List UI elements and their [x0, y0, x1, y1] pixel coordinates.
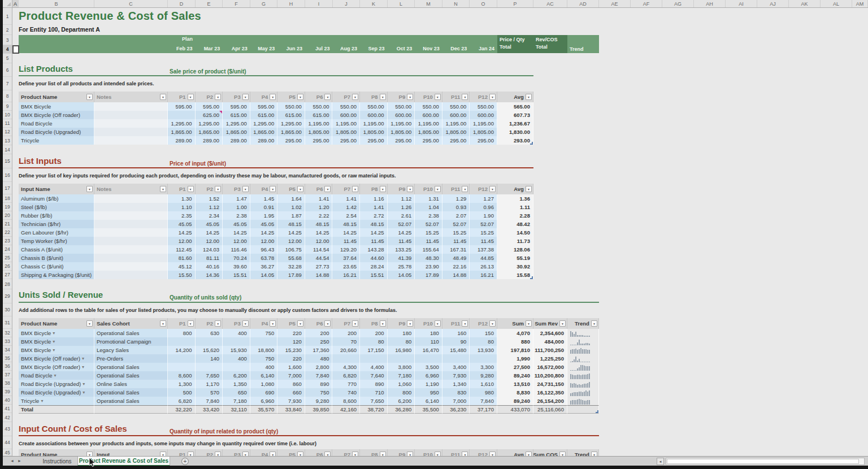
row-header-37[interactable]: 37 — [3, 371, 12, 379]
value-cell[interactable]: 615.00 — [223, 111, 250, 119]
value-cell[interactable] — [168, 111, 196, 119]
total-value-cell[interactable]: 33,840 — [277, 405, 305, 414]
value-cell[interactable]: 295.00 — [388, 136, 415, 145]
value-cell[interactable]: 1,805.00 — [305, 128, 333, 136]
total-value-cell[interactable]: 35,570 — [250, 405, 278, 414]
value-cell[interactable]: 45.12 — [168, 262, 196, 271]
value-cell[interactable]: 6,960 — [250, 397, 278, 405]
value-cell[interactable]: 550.00 — [442, 102, 470, 111]
value-cell[interactable]: 15,230 — [277, 346, 305, 354]
column-filter-header[interactable]: P2▼ — [196, 184, 223, 194]
avg-cell[interactable]: 1,236.67 — [497, 119, 533, 128]
value-cell[interactable]: 106.75 — [277, 245, 305, 254]
filter-button[interactable]: ▼ — [591, 451, 597, 456]
value-cell[interactable]: 1.90 — [470, 211, 497, 220]
filter-button[interactable]: ▼ — [324, 186, 331, 192]
filter-button[interactable]: ▼ — [86, 186, 93, 192]
row-header-44[interactable]: 44 — [3, 436, 12, 449]
column-header-AC[interactable]: AC — [533, 0, 567, 7]
value-cell[interactable]: 250 — [305, 337, 333, 346]
value-cell[interactable]: 1.52 — [196, 194, 223, 203]
value-cell[interactable]: 1.42 — [332, 203, 360, 211]
filter-button[interactable]: ▼ — [86, 451, 93, 456]
row-name-cell[interactable]: BMX Bicycle▾ — [19, 337, 94, 346]
filter-button[interactable]: ▼ — [526, 320, 532, 327]
column-filter-header[interactable]: P1▼ — [168, 92, 196, 102]
value-cell[interactable]: 200 — [360, 329, 388, 337]
value-cell[interactable]: 615.00 — [305, 111, 333, 119]
value-cell[interactable]: 1,805.00 — [442, 128, 470, 136]
value-cell[interactable]: 550.00 — [470, 102, 497, 111]
column-header-AJ[interactable]: AJ — [757, 0, 789, 7]
column-header-D[interactable]: D — [168, 0, 196, 7]
column-header-AE[interactable]: AE — [599, 0, 631, 7]
value-cell[interactable]: 45.05 — [196, 220, 223, 228]
column-filter-header[interactable]: P5▼ — [277, 184, 305, 194]
value-cell[interactable]: 1.02 — [277, 203, 305, 211]
total-sum-rev-cell[interactable]: 25,116,060 — [533, 405, 567, 414]
value-cell[interactable]: 167.31 — [442, 245, 470, 254]
value-cell[interactable]: 2.22 — [305, 211, 333, 220]
value-cell[interactable]: 295.00 — [277, 136, 305, 145]
row-header-32[interactable]: 32 — [3, 329, 12, 337]
value-cell[interactable]: 12.00 — [277, 237, 305, 245]
filter-button[interactable]: ▼ — [591, 320, 597, 327]
column-filter-header[interactable]: Avg▼ — [497, 449, 533, 456]
notes-cell[interactable] — [94, 136, 168, 145]
value-cell[interactable]: 1,060 — [388, 380, 415, 388]
column-header-E[interactable]: E — [196, 0, 223, 7]
sum-rev-cell[interactable]: 1,225,250 — [533, 354, 567, 363]
column-filter-header[interactable]: P9▼ — [388, 92, 415, 102]
value-cell[interactable]: 550.00 — [332, 102, 360, 111]
filter-button[interactable]: ▼ — [435, 451, 441, 456]
hscroll-left-icon[interactable]: ◄ — [657, 458, 664, 465]
value-cell[interactable]: 4,300 — [332, 363, 360, 371]
row-header-7[interactable]: 7 — [3, 77, 12, 90]
avg-cell[interactable]: 11.73 — [497, 237, 533, 245]
total-value-cell[interactable]: 36,280 — [388, 405, 415, 414]
value-cell[interactable]: 81.60 — [168, 254, 196, 262]
value-cell[interactable]: 615.00 — [250, 111, 278, 119]
total-value-cell[interactable]: 42,160 — [332, 405, 360, 414]
avg-cell[interactable]: 30.92 — [497, 262, 533, 271]
filter-button[interactable]: ▼ — [435, 186, 441, 192]
value-cell[interactable]: 289.00 — [196, 136, 223, 145]
column-filter-header[interactable]: P4▼ — [250, 449, 278, 456]
avg-cell[interactable]: 48.42 — [497, 220, 533, 228]
table-resize-handle[interactable] — [596, 410, 598, 413]
column-header-N[interactable]: N — [442, 0, 470, 7]
row-name-cell[interactable]: Shipping & Packaging ($/unit) — [19, 271, 94, 279]
column-header-AM[interactable]: AM — [852, 0, 868, 7]
sum-rev-cell[interactable]: 16,572,000 — [533, 363, 567, 371]
value-cell[interactable]: 220 — [277, 329, 305, 337]
value-cell[interactable]: 295.00 — [442, 136, 470, 145]
value-cell[interactable] — [470, 354, 497, 363]
value-cell[interactable]: 1,865.00 — [277, 128, 305, 136]
notes-cell[interactable] — [94, 262, 168, 271]
column-header-F[interactable]: F — [223, 0, 250, 7]
value-cell[interactable]: 52.07 — [470, 220, 497, 228]
value-cell[interactable]: 550.00 — [360, 102, 388, 111]
row-header-30[interactable]: 30 — [3, 303, 12, 316]
row-header-18[interactable]: 18 — [3, 194, 12, 203]
column-filter-header[interactable]: Avg▼ — [497, 92, 533, 102]
column-header-H[interactable]: H — [277, 0, 305, 7]
value-cell[interactable]: 6,200 — [223, 371, 250, 380]
column-filter-header[interactable]: P12▼ — [470, 184, 497, 194]
row-header-13[interactable]: 13 — [3, 136, 12, 145]
value-cell[interactable]: 45.05 — [168, 220, 196, 228]
value-cell[interactable]: 630 — [196, 329, 223, 337]
value-cell[interactable]: 14.25 — [360, 228, 388, 237]
value-cell[interactable]: 7,650 — [196, 371, 223, 380]
avg-cell[interactable]: 1,830.00 — [497, 128, 533, 136]
value-cell[interactable]: 11.45 — [332, 237, 360, 245]
value-cell[interactable]: 16,470 — [415, 346, 442, 354]
trend-cell[interactable] — [567, 380, 599, 388]
value-cell[interactable]: 1,805.00 — [360, 128, 388, 136]
value-cell[interactable]: 2.38 — [223, 211, 250, 220]
value-cell[interactable]: 600.00 — [388, 111, 415, 119]
value-cell[interactable]: 12.00 — [196, 237, 223, 245]
filter-button[interactable]: ▼ — [435, 320, 441, 327]
value-cell[interactable]: 80 — [470, 337, 497, 346]
value-cell[interactable]: 96.43 — [250, 245, 278, 254]
